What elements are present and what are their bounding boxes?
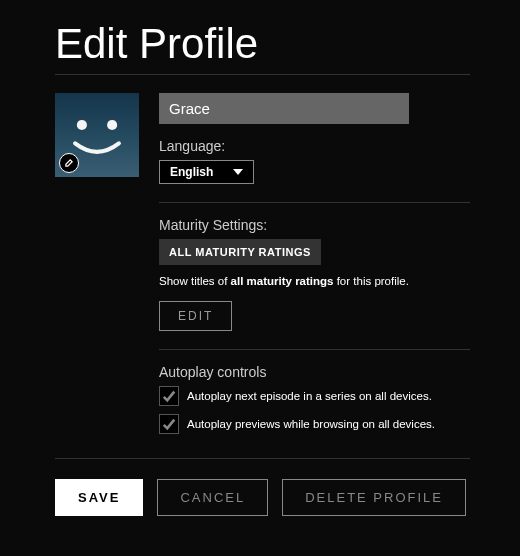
maturity-label: Maturity Settings: bbox=[159, 217, 470, 233]
edit-maturity-button[interactable]: EDIT bbox=[159, 301, 232, 331]
delete-profile-button[interactable]: DELETE PROFILE bbox=[282, 479, 466, 516]
checkmark-icon bbox=[162, 389, 176, 403]
autoplay-next-episode-checkbox[interactable] bbox=[159, 386, 179, 406]
save-button[interactable]: SAVE bbox=[55, 479, 143, 516]
page-title: Edit Profile bbox=[55, 20, 470, 68]
checkmark-icon bbox=[162, 417, 176, 431]
avatar[interactable] bbox=[55, 93, 139, 177]
autoplay-previews-checkbox[interactable] bbox=[159, 414, 179, 434]
language-label: Language: bbox=[159, 138, 470, 154]
divider bbox=[55, 458, 470, 459]
autoplay-label: Autoplay controls bbox=[159, 364, 470, 380]
language-select[interactable]: English bbox=[159, 160, 254, 184]
maturity-description: Show titles of all maturity ratings for … bbox=[159, 275, 470, 287]
pencil-icon[interactable] bbox=[59, 153, 79, 173]
chevron-down-icon bbox=[233, 169, 243, 175]
autoplay-previews-label: Autoplay previews while browsing on all … bbox=[187, 418, 435, 430]
autoplay-next-episode-label: Autoplay next episode in a series on all… bbox=[187, 390, 432, 402]
maturity-chip: ALL MATURITY RATINGS bbox=[159, 239, 321, 265]
cancel-button[interactable]: CANCEL bbox=[157, 479, 268, 516]
language-selected: English bbox=[170, 165, 213, 179]
divider bbox=[55, 74, 470, 75]
divider bbox=[159, 202, 470, 203]
svg-point-1 bbox=[107, 120, 117, 130]
svg-point-0 bbox=[77, 120, 87, 130]
profile-name-input[interactable] bbox=[159, 93, 409, 124]
divider bbox=[159, 349, 470, 350]
